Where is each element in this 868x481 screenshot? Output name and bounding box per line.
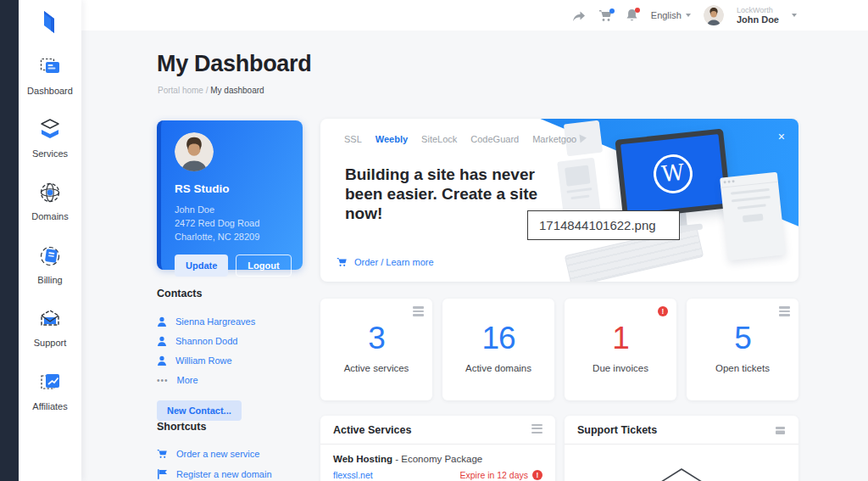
user-menu[interactable]: LockWorth John Doe (737, 6, 779, 25)
stat-label: Active services (320, 363, 432, 373)
tab-ssl[interactable]: SSL (344, 134, 362, 144)
sidebar-item-label: Services (32, 148, 68, 159)
stat-value: 3 (320, 321, 432, 356)
tab-codeguard[interactable]: CodeGuard (470, 134, 519, 144)
sidebar-item-label: Billing (37, 275, 62, 285)
stat-value: 1 (565, 321, 676, 356)
bell-icon[interactable] (626, 8, 638, 22)
breadcrumb-separator: / (206, 86, 209, 95)
sidebar-item-services[interactable]: Services (19, 117, 81, 159)
more-dots-icon: ••• (157, 376, 169, 385)
sidebar-item-support[interactable]: Support (19, 306, 81, 348)
cart-icon (337, 257, 348, 267)
service-domain-link[interactable]: flexssl.net (333, 470, 373, 480)
sidebar-item-billing[interactable]: Billing (19, 243, 81, 285)
tab-marketgoo[interactable]: Marketgoo (532, 134, 576, 144)
chevron-down-icon[interactable] (792, 14, 797, 17)
logout-button[interactable]: Logout (236, 254, 291, 277)
sidebar-item-domains[interactable]: Domains (19, 180, 81, 221)
language-label: English (651, 10, 682, 20)
stat-label: Open tickets (687, 363, 798, 373)
service-expiry: Expire in 12 days ! (459, 470, 542, 480)
sidebar-item-dashboard[interactable]: Dashboard (19, 54, 81, 96)
alert-icon: ! (532, 470, 542, 480)
promo-banner: W SSL Weebly SiteLock CodeGuard Marketgo… (320, 119, 798, 282)
shortcut-order-service[interactable]: Order a new service (157, 449, 303, 459)
language-selector[interactable]: English (651, 10, 691, 20)
banner-cta-label: Order / Learn more (354, 257, 434, 267)
panel-title: Active Services (333, 424, 411, 436)
banner-cta-link[interactable]: Order / Learn more (337, 257, 434, 267)
cart-icon[interactable] (598, 9, 613, 22)
share-icon[interactable] (571, 9, 586, 22)
contact-name: Shannon Dodd (175, 336, 237, 346)
cart-notification-dot (609, 8, 615, 14)
stat-card-due-invoices[interactable]: ! 1 Due invoices (565, 299, 676, 400)
browser-window-illustration (720, 172, 786, 261)
person-icon (157, 336, 167, 346)
user-avatar[interactable] (704, 5, 724, 25)
topbar: English LockWorth John Doe (81, 0, 868, 31)
profile-avatar (175, 132, 214, 171)
person-icon (157, 355, 167, 366)
expiry-text: Expire in 12 days (459, 470, 528, 480)
domains-icon (37, 180, 63, 205)
breadcrumb: Portal home / My dashboard (158, 86, 264, 95)
breadcrumb-current: My dashboard (210, 86, 264, 95)
shortcut-label: Register a new domain (176, 469, 272, 479)
stat-label: Due invoices (565, 363, 676, 373)
stat-card-active-services[interactable]: 3 Active services (320, 299, 432, 400)
panel-title: Support Tickets (577, 424, 657, 436)
tab-weebly[interactable]: Weebly (376, 134, 408, 144)
service-package: - Economy Package (392, 454, 482, 464)
contacts-section: Contacts Sienna Hargreaves Shannon Dodd … (157, 288, 303, 421)
breadcrumb-root[interactable]: Portal home (158, 86, 203, 95)
envelope-illustration (597, 454, 766, 481)
menu-icon[interactable] (531, 424, 542, 436)
inbox-icon[interactable] (775, 425, 786, 435)
stat-card-open-tickets[interactable]: 5 Open tickets (687, 299, 798, 400)
sidebar-item-label: Support (34, 338, 67, 348)
cart-icon (157, 449, 168, 459)
shortcuts-section: Shortcuts Order a new service Register a… (157, 421, 303, 481)
sidebar-item-label: Affiliates (32, 401, 67, 411)
person-icon (157, 316, 167, 327)
contact-item[interactable]: Sienna Hargreaves (157, 316, 303, 327)
service-row[interactable]: Web Hosting - Economy Package (333, 454, 542, 464)
stat-value: 5 (687, 321, 798, 356)
flag-icon (157, 469, 168, 479)
contact-name: William Rowe (175, 355, 232, 366)
shortcut-register-domain[interactable]: Register a new domain (157, 469, 303, 479)
server-icon (413, 306, 424, 318)
contact-name: Sienna Hargreaves (175, 316, 255, 327)
contact-item[interactable]: Shannon Dodd (157, 336, 303, 346)
sidebar: Dashboard Services Domains Billing (19, 0, 81, 481)
more-label: More (177, 375, 198, 385)
banner-tabs: SSL Weebly SiteLock CodeGuard Marketgoo (344, 134, 576, 144)
sidebar-item-affiliates[interactable]: Affiliates (19, 370, 81, 411)
user-name: John Doe (737, 14, 779, 25)
stat-card-active-domains[interactable]: 16 Active domains (442, 299, 554, 400)
support-tickets-panel: Support Tickets (565, 416, 798, 481)
close-icon[interactable]: × (778, 131, 785, 143)
app-logo-icon[interactable] (19, 8, 81, 37)
new-contact-button[interactable]: New Contact... (157, 400, 242, 421)
sidebar-item-label: Domains (31, 211, 68, 221)
monitor-illustration: W (615, 129, 731, 220)
update-button[interactable]: Update (175, 254, 228, 277)
contacts-more[interactable]: ••• More (157, 375, 303, 385)
active-services-panel: Active Services Web Hosting - Economy Pa… (320, 416, 555, 481)
stat-label: Active domains (442, 363, 554, 373)
wordpress-logo-icon: W (652, 153, 695, 196)
profile-name: John Doe (175, 203, 289, 216)
services-icon (37, 117, 63, 143)
profile-address2: Charlotte, NC 28209 (175, 230, 289, 243)
service-product: Web Hosting (333, 454, 392, 464)
server-icon (779, 306, 790, 318)
contacts-title: Contacts (157, 288, 303, 299)
contact-item[interactable]: William Rowe (157, 355, 303, 366)
tab-sitelock[interactable]: SiteLock (421, 134, 457, 144)
dashboard-icon (37, 54, 63, 80)
affiliates-icon (37, 370, 63, 395)
profile-address1: 2472 Red Dog Road (175, 216, 289, 230)
